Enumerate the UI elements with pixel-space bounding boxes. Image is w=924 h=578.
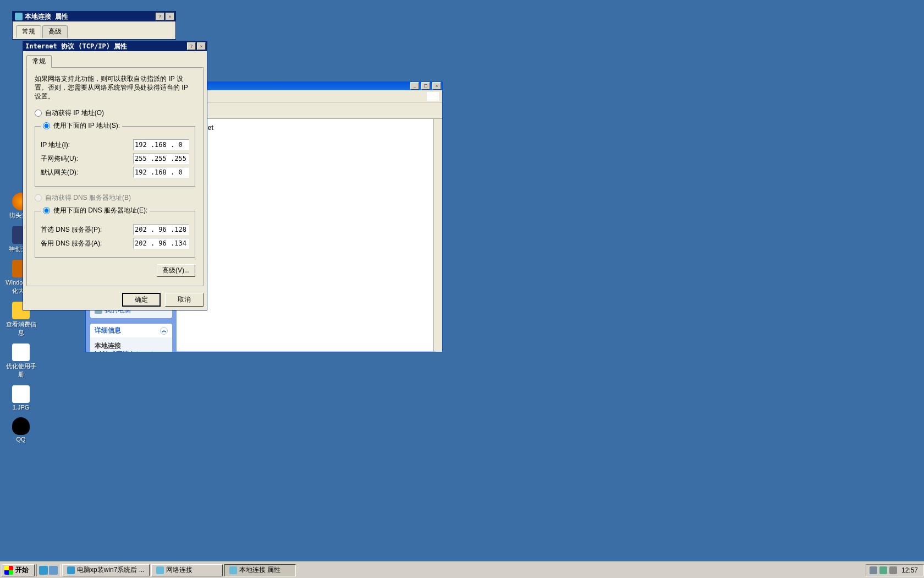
info-text: 如果网络支持此功能，则可以获取自动指派的 IP 设置。否则，您需要从网络系统管理… [35,74,195,101]
groupbox-legend[interactable]: 使用下面的 DNS 服务器地址(E): [41,206,150,216]
tcpip-properties-dialog: Internet 协议 (TCP/IP) 属性 ? × 常规 如果网络支持此功能… [23,41,207,310]
advanced-button-row: 高级(V)... [35,264,195,279]
desktop-icon[interactable]: QQ [4,417,37,443]
radio-input [35,194,42,201]
tray-icon[interactable] [870,566,877,574]
maximize-button[interactable]: □ [421,82,430,90]
field-label: 备用 DNS 服务器(A): [41,239,133,248]
ip-address-input[interactable] [133,139,189,150]
desktop-icon[interactable] [49,566,58,575]
close-button[interactable]: × [432,82,441,90]
icon-label: QQ [4,436,37,443]
radio-label: 使用下面的 DNS 服务器地址(E): [53,206,147,215]
dialog-tabs: 常规 [23,51,207,67]
taskbar: 开始 电脑xp装win7系统后 ... 网络连接 本地连接 属性 12:57 [0,561,924,578]
chevron-up-icon[interactable]: ︽ [160,327,168,335]
network-icon [229,566,237,574]
radio-auto-ip[interactable]: 自动获得 IP 地址(O) [35,108,195,118]
help-button[interactable]: ? [156,13,164,20]
advanced-button[interactable]: 高级(V)... [157,264,195,277]
app-icon [12,417,30,435]
clock[interactable]: 12:57 [899,566,920,574]
ip-groupbox: 使用下面的 IP 地址(S): IP 地址(I): 子网掩码(U): 默认网关(… [35,121,195,187]
taskbar-task[interactable]: 本地连接 属性 [224,564,296,576]
task-label: 本地连接 属性 [239,565,280,575]
radio-auto-dns: 自动获得 DNS 服务器地址(B) [35,193,195,203]
subnet-mask-input[interactable] [133,153,189,164]
network-tray-icon[interactable] [879,566,887,574]
icon-label: 1.JPG [4,404,37,411]
app-icon [12,385,30,403]
field-ip: IP 地址(I): [41,139,189,150]
system-tray: 12:57 [866,564,924,576]
dialog-title: 本地连接 属性 [25,12,155,21]
groupbox-legend[interactable]: 使用下面的 IP 地址(S): [41,121,122,131]
desktop-icon[interactable]: 1.JPG [4,385,37,411]
dialog-content: 如果网络支持此功能，则可以获取自动指派的 IP 设置。否则，您需要从网络系统管理… [26,67,204,286]
start-label: 开始 [15,565,29,575]
ie-icon[interactable] [39,566,48,575]
gateway-input[interactable] [133,167,189,178]
taskbar-task[interactable]: 电脑xp装win7系统后 ... [62,564,150,576]
app-icon [12,343,30,361]
ie-icon [67,566,75,574]
start-button[interactable]: 开始 [2,564,35,576]
tab-advanced[interactable]: 高级 [42,25,68,38]
task-label: 网络连接 [166,565,193,575]
dns2-input[interactable] [133,238,189,249]
desktop-icon[interactable]: 优化使用手册 [4,343,37,379]
panel-header[interactable]: 详细信息 ︽ [90,324,172,337]
dialog-title: Internet 协议 (TCP/IP) 属性 [25,42,186,51]
volume-icon[interactable] [889,566,897,574]
help-button[interactable]: ? [187,42,196,50]
scrollbar[interactable] [433,119,442,352]
dialog-tabs: 常规 高级 [13,21,175,37]
icon-label: 优化使用手册 [4,362,37,379]
network-icon [156,566,164,574]
task-label: 电脑xp装win7系统后 ... [77,565,145,575]
windows-flag-icon [427,92,439,101]
dialog-titlebar[interactable]: Internet 协议 (TCP/IP) 属性 ? × [23,41,207,51]
close-button[interactable]: × [166,13,174,20]
field-label: 首选 DNS 服务器(P): [41,225,133,235]
windows-flag-icon [4,566,13,575]
quick-launch [36,564,61,576]
dns1-input[interactable] [133,224,189,235]
connection-properties-dialog: 本地连接 属性 ? × 常规 高级 [12,11,176,40]
detail-name: 本地连接 [95,342,168,350]
icon-label: 查看消费信息 [4,320,37,337]
sidebar-panel-details: 详细信息 ︽ 本地连接 LAN 或高速 Internet 已连接上 Realte… [90,324,172,352]
panel-title: 详细信息 [95,326,121,335]
field-label: IP 地址(I): [41,140,133,150]
close-button[interactable]: × [197,42,206,50]
field-dns1: 首选 DNS 服务器(P): [41,224,189,235]
radio-label: 自动获得 IP 地址(O) [45,108,104,118]
radio-input[interactable] [35,110,42,117]
radio-label: 自动获得 DNS 服务器地址(B) [45,193,131,203]
minimize-button[interactable]: _ [410,82,419,90]
explorer-main: 速 Internet 接 [177,119,442,352]
tab-general[interactable]: 常规 [16,25,41,38]
dialog-titlebar[interactable]: 本地连接 属性 ? × [13,12,175,21]
tab-general[interactable]: 常规 [26,55,52,68]
field-dns2: 备用 DNS 服务器(A): [41,238,189,249]
dialog-button-row: 确定 取消 [23,290,207,310]
field-gateway: 默认网关(D): [41,167,189,178]
section-heading: 速 Internet [181,123,438,133]
taskbar-task[interactable]: 网络连接 [151,564,223,576]
cancel-button[interactable]: 取消 [165,293,204,307]
radio-label: 使用下面的 IP 地址(S): [53,121,120,130]
network-icon [15,13,23,20]
radio-input[interactable] [43,122,50,129]
field-mask: 子网掩码(U): [41,153,189,164]
hairline [177,351,436,352]
field-label: 默认网关(D): [41,168,133,177]
field-label: 子网掩码(U): [41,154,133,163]
radio-input[interactable] [43,207,50,214]
connection-item[interactable]: 接 [181,146,438,155]
dns-groupbox: 使用下面的 DNS 服务器地址(E): 首选 DNS 服务器(P): 备用 DN… [35,206,195,258]
ok-button[interactable]: 确定 [122,293,161,307]
detail-type: LAN 或高速 Internet [95,350,168,352]
panel-body: 本地连接 LAN 或高速 Internet 已连接上 Realtek PCIe … [90,337,172,352]
